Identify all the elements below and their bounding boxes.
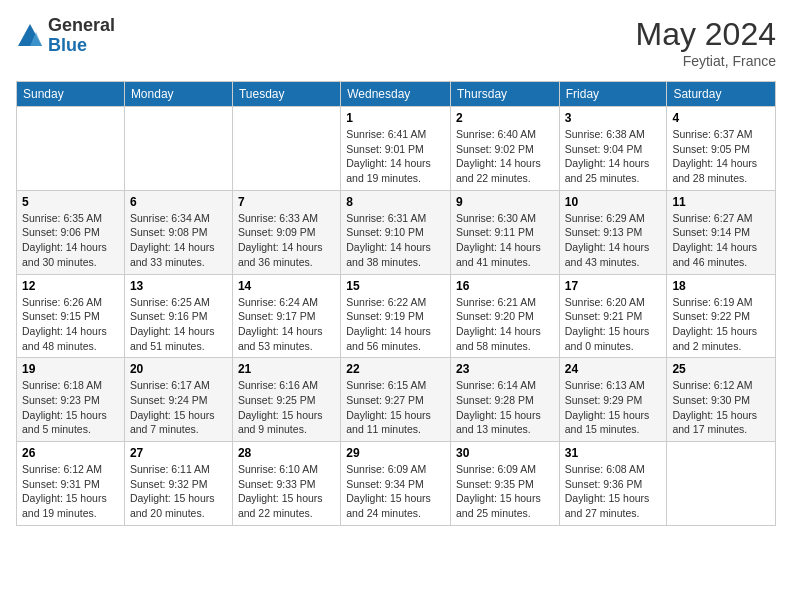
day-info: Sunrise: 6:29 AM Sunset: 9:13 PM Dayligh… bbox=[565, 211, 662, 270]
calendar-cell bbox=[17, 107, 125, 191]
calendar-cell: 2Sunrise: 6:40 AM Sunset: 9:02 PM Daylig… bbox=[451, 107, 560, 191]
day-info: Sunrise: 6:35 AM Sunset: 9:06 PM Dayligh… bbox=[22, 211, 119, 270]
day-info: Sunrise: 6:37 AM Sunset: 9:05 PM Dayligh… bbox=[672, 127, 770, 186]
calendar-cell: 26Sunrise: 6:12 AM Sunset: 9:31 PM Dayli… bbox=[17, 442, 125, 526]
calendar-cell: 4Sunrise: 6:37 AM Sunset: 9:05 PM Daylig… bbox=[667, 107, 776, 191]
day-number: 21 bbox=[238, 362, 335, 376]
calendar-week-5: 26Sunrise: 6:12 AM Sunset: 9:31 PM Dayli… bbox=[17, 442, 776, 526]
day-info: Sunrise: 6:13 AM Sunset: 9:29 PM Dayligh… bbox=[565, 378, 662, 437]
calendar-cell: 6Sunrise: 6:34 AM Sunset: 9:08 PM Daylig… bbox=[124, 190, 232, 274]
calendar-cell: 28Sunrise: 6:10 AM Sunset: 9:33 PM Dayli… bbox=[232, 442, 340, 526]
day-info: Sunrise: 6:25 AM Sunset: 9:16 PM Dayligh… bbox=[130, 295, 227, 354]
day-info: Sunrise: 6:21 AM Sunset: 9:20 PM Dayligh… bbox=[456, 295, 554, 354]
day-number: 19 bbox=[22, 362, 119, 376]
calendar-cell: 31Sunrise: 6:08 AM Sunset: 9:36 PM Dayli… bbox=[559, 442, 667, 526]
day-number: 12 bbox=[22, 279, 119, 293]
day-number: 16 bbox=[456, 279, 554, 293]
day-number: 17 bbox=[565, 279, 662, 293]
calendar-table: SundayMondayTuesdayWednesdayThursdayFrid… bbox=[16, 81, 776, 526]
calendar-cell: 20Sunrise: 6:17 AM Sunset: 9:24 PM Dayli… bbox=[124, 358, 232, 442]
calendar-cell: 9Sunrise: 6:30 AM Sunset: 9:11 PM Daylig… bbox=[451, 190, 560, 274]
day-number: 29 bbox=[346, 446, 445, 460]
calendar-cell: 18Sunrise: 6:19 AM Sunset: 9:22 PM Dayli… bbox=[667, 274, 776, 358]
calendar-header-row: SundayMondayTuesdayWednesdayThursdayFrid… bbox=[17, 82, 776, 107]
calendar-cell: 29Sunrise: 6:09 AM Sunset: 9:34 PM Dayli… bbox=[341, 442, 451, 526]
day-info: Sunrise: 6:11 AM Sunset: 9:32 PM Dayligh… bbox=[130, 462, 227, 521]
calendar-cell: 5Sunrise: 6:35 AM Sunset: 9:06 PM Daylig… bbox=[17, 190, 125, 274]
day-number: 18 bbox=[672, 279, 770, 293]
logo-general-text: General bbox=[48, 16, 115, 36]
day-info: Sunrise: 6:16 AM Sunset: 9:25 PM Dayligh… bbox=[238, 378, 335, 437]
calendar-cell: 14Sunrise: 6:24 AM Sunset: 9:17 PM Dayli… bbox=[232, 274, 340, 358]
calendar-cell: 17Sunrise: 6:20 AM Sunset: 9:21 PM Dayli… bbox=[559, 274, 667, 358]
calendar-cell: 3Sunrise: 6:38 AM Sunset: 9:04 PM Daylig… bbox=[559, 107, 667, 191]
day-info: Sunrise: 6:20 AM Sunset: 9:21 PM Dayligh… bbox=[565, 295, 662, 354]
day-number: 25 bbox=[672, 362, 770, 376]
day-number: 3 bbox=[565, 111, 662, 125]
calendar-cell: 25Sunrise: 6:12 AM Sunset: 9:30 PM Dayli… bbox=[667, 358, 776, 442]
day-info: Sunrise: 6:12 AM Sunset: 9:30 PM Dayligh… bbox=[672, 378, 770, 437]
calendar-cell: 24Sunrise: 6:13 AM Sunset: 9:29 PM Dayli… bbox=[559, 358, 667, 442]
calendar-cell: 16Sunrise: 6:21 AM Sunset: 9:20 PM Dayli… bbox=[451, 274, 560, 358]
title-block: May 2024 Feytiat, France bbox=[635, 16, 776, 69]
day-number: 23 bbox=[456, 362, 554, 376]
calendar-week-3: 12Sunrise: 6:26 AM Sunset: 9:15 PM Dayli… bbox=[17, 274, 776, 358]
day-info: Sunrise: 6:12 AM Sunset: 9:31 PM Dayligh… bbox=[22, 462, 119, 521]
calendar-cell: 13Sunrise: 6:25 AM Sunset: 9:16 PM Dayli… bbox=[124, 274, 232, 358]
calendar-cell: 27Sunrise: 6:11 AM Sunset: 9:32 PM Dayli… bbox=[124, 442, 232, 526]
month-year: May 2024 bbox=[635, 16, 776, 53]
day-number: 15 bbox=[346, 279, 445, 293]
calendar-cell: 1Sunrise: 6:41 AM Sunset: 9:01 PM Daylig… bbox=[341, 107, 451, 191]
calendar-cell bbox=[124, 107, 232, 191]
day-info: Sunrise: 6:15 AM Sunset: 9:27 PM Dayligh… bbox=[346, 378, 445, 437]
day-info: Sunrise: 6:41 AM Sunset: 9:01 PM Dayligh… bbox=[346, 127, 445, 186]
calendar-cell: 7Sunrise: 6:33 AM Sunset: 9:09 PM Daylig… bbox=[232, 190, 340, 274]
day-header-saturday: Saturday bbox=[667, 82, 776, 107]
day-info: Sunrise: 6:09 AM Sunset: 9:35 PM Dayligh… bbox=[456, 462, 554, 521]
day-info: Sunrise: 6:38 AM Sunset: 9:04 PM Dayligh… bbox=[565, 127, 662, 186]
calendar-cell: 21Sunrise: 6:16 AM Sunset: 9:25 PM Dayli… bbox=[232, 358, 340, 442]
day-info: Sunrise: 6:17 AM Sunset: 9:24 PM Dayligh… bbox=[130, 378, 227, 437]
day-number: 26 bbox=[22, 446, 119, 460]
day-info: Sunrise: 6:30 AM Sunset: 9:11 PM Dayligh… bbox=[456, 211, 554, 270]
day-number: 4 bbox=[672, 111, 770, 125]
day-number: 20 bbox=[130, 362, 227, 376]
day-info: Sunrise: 6:26 AM Sunset: 9:15 PM Dayligh… bbox=[22, 295, 119, 354]
calendar-cell: 22Sunrise: 6:15 AM Sunset: 9:27 PM Dayli… bbox=[341, 358, 451, 442]
day-number: 6 bbox=[130, 195, 227, 209]
day-info: Sunrise: 6:08 AM Sunset: 9:36 PM Dayligh… bbox=[565, 462, 662, 521]
day-info: Sunrise: 6:31 AM Sunset: 9:10 PM Dayligh… bbox=[346, 211, 445, 270]
day-info: Sunrise: 6:33 AM Sunset: 9:09 PM Dayligh… bbox=[238, 211, 335, 270]
day-info: Sunrise: 6:22 AM Sunset: 9:19 PM Dayligh… bbox=[346, 295, 445, 354]
calendar-week-1: 1Sunrise: 6:41 AM Sunset: 9:01 PM Daylig… bbox=[17, 107, 776, 191]
calendar-cell: 10Sunrise: 6:29 AM Sunset: 9:13 PM Dayli… bbox=[559, 190, 667, 274]
day-number: 11 bbox=[672, 195, 770, 209]
calendar-week-4: 19Sunrise: 6:18 AM Sunset: 9:23 PM Dayli… bbox=[17, 358, 776, 442]
day-number: 10 bbox=[565, 195, 662, 209]
day-info: Sunrise: 6:18 AM Sunset: 9:23 PM Dayligh… bbox=[22, 378, 119, 437]
day-number: 31 bbox=[565, 446, 662, 460]
day-number: 13 bbox=[130, 279, 227, 293]
logo-icon bbox=[16, 22, 44, 50]
logo: General Blue bbox=[16, 16, 115, 56]
day-number: 28 bbox=[238, 446, 335, 460]
calendar-cell: 23Sunrise: 6:14 AM Sunset: 9:28 PM Dayli… bbox=[451, 358, 560, 442]
day-number: 2 bbox=[456, 111, 554, 125]
day-number: 30 bbox=[456, 446, 554, 460]
day-info: Sunrise: 6:10 AM Sunset: 9:33 PM Dayligh… bbox=[238, 462, 335, 521]
day-info: Sunrise: 6:24 AM Sunset: 9:17 PM Dayligh… bbox=[238, 295, 335, 354]
day-number: 24 bbox=[565, 362, 662, 376]
day-info: Sunrise: 6:09 AM Sunset: 9:34 PM Dayligh… bbox=[346, 462, 445, 521]
calendar-cell: 8Sunrise: 6:31 AM Sunset: 9:10 PM Daylig… bbox=[341, 190, 451, 274]
day-info: Sunrise: 6:40 AM Sunset: 9:02 PM Dayligh… bbox=[456, 127, 554, 186]
day-header-sunday: Sunday bbox=[17, 82, 125, 107]
calendar-week-2: 5Sunrise: 6:35 AM Sunset: 9:06 PM Daylig… bbox=[17, 190, 776, 274]
calendar-cell bbox=[667, 442, 776, 526]
day-header-wednesday: Wednesday bbox=[341, 82, 451, 107]
day-info: Sunrise: 6:27 AM Sunset: 9:14 PM Dayligh… bbox=[672, 211, 770, 270]
location: Feytiat, France bbox=[635, 53, 776, 69]
day-header-tuesday: Tuesday bbox=[232, 82, 340, 107]
page-header: General Blue May 2024 Feytiat, France bbox=[16, 16, 776, 69]
day-info: Sunrise: 6:34 AM Sunset: 9:08 PM Dayligh… bbox=[130, 211, 227, 270]
day-number: 8 bbox=[346, 195, 445, 209]
